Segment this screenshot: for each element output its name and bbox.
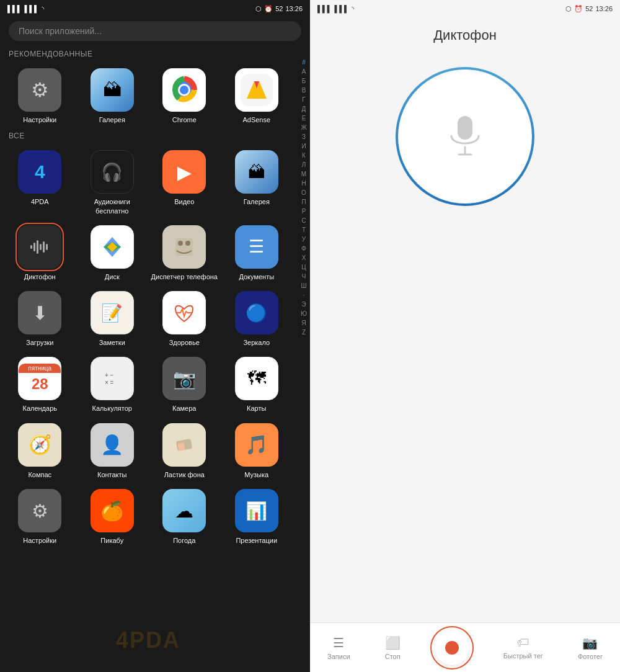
svg-text:+  −: + −: [105, 372, 114, 379]
right-wifi-icon: ▌▌▌: [334, 5, 348, 12]
app-item-docs[interactable]: ☰ Документы: [221, 220, 293, 286]
record-button-container[interactable]: [430, 626, 474, 670]
app-item-dictofon[interactable]: Диктофон: [4, 220, 76, 286]
alpha-v[interactable]: В: [302, 86, 306, 95]
right-status-right: ⬡ ⏰ 52 13:26: [565, 5, 613, 13]
app-item-calendar[interactable]: пятница 28 Календарь: [4, 352, 76, 418]
app-search-bar[interactable]: Поиск приложений...: [9, 21, 301, 41]
alpha-t[interactable]: Т: [302, 226, 306, 235]
app-item-gallery2[interactable]: 🏔 Галерея: [221, 145, 293, 220]
alpha-sh[interactable]: Ш: [301, 282, 306, 290]
alpha-o[interactable]: О: [301, 189, 306, 197]
alpha-p[interactable]: П: [301, 198, 306, 207]
tab-phototag[interactable]: 📷 Фототег: [570, 630, 610, 665]
alpha-n[interactable]: Н: [301, 179, 306, 188]
alpha-i[interactable]: И: [301, 142, 306, 151]
docs-icon: ☰: [235, 225, 278, 269]
gallery-label: Галерея: [99, 115, 125, 124]
alpha-s[interactable]: С: [301, 217, 306, 225]
mic-container[interactable]: [397, 68, 533, 205]
app-item-pikabu[interactable]: 🍊 Пикабу: [76, 484, 149, 550]
contacts-label: Контакты: [97, 470, 127, 479]
alpha-g[interactable]: Г: [302, 96, 305, 104]
gallery2-label: Галерея: [244, 197, 270, 206]
app-item-music[interactable]: 🎵 Музыка: [221, 418, 293, 484]
alpha-r[interactable]: Р: [302, 207, 306, 216]
time-display-right: 13:26: [595, 5, 613, 12]
alpha-e[interactable]: Е: [302, 114, 306, 123]
pikabu-label: Пикабу: [100, 536, 123, 545]
app-item-health[interactable]: Здоровье: [148, 286, 221, 352]
calculator-icon: + − × =: [91, 357, 134, 400]
alpha-hash[interactable]: #: [302, 58, 306, 67]
alpha-f[interactable]: Ф: [301, 244, 306, 253]
4pda-label: 4PDA: [31, 197, 49, 206]
app-item-weather[interactable]: ☁ Погода: [148, 484, 221, 550]
app-item-settings[interactable]: ⚙ Настройки: [4, 63, 76, 129]
alpha-zh[interactable]: Ж: [301, 123, 306, 132]
app-item-dispatcher[interactable]: Диспетчер телефона: [148, 220, 221, 286]
eraser-label: Ластик фона: [164, 470, 205, 479]
alpha-d[interactable]: Д: [302, 105, 306, 114]
signal-bars-icon: ▌▌▌: [7, 5, 22, 12]
app-item-video[interactable]: ▶ Видео: [148, 145, 221, 220]
svg-rect-7: [37, 240, 38, 254]
calculator-label: Калькулятор: [92, 404, 132, 413]
alpha-ya[interactable]: Я: [301, 319, 306, 328]
alpha-z-lat[interactable]: Z: [302, 328, 306, 337]
alpha-k[interactable]: К: [302, 151, 306, 160]
adsense-label: AdSense: [242, 115, 270, 124]
alpha-dot[interactable]: ·: [303, 291, 305, 300]
app-item-calculator[interactable]: + − × = Калькулятор: [76, 352, 149, 418]
dictophone-title: Диктофон: [433, 27, 497, 43]
app-item-maps[interactable]: 🗺 Карты: [221, 352, 293, 418]
alpha-a[interactable]: А: [302, 68, 306, 76]
video-label: Видео: [174, 197, 194, 206]
alpha-z[interactable]: З: [302, 133, 306, 141]
app-item-4pda[interactable]: 4 4PDA: [4, 145, 76, 220]
alpha-yu[interactable]: Ю: [301, 310, 307, 318]
alpha-ts[interactable]: Ц: [301, 263, 306, 272]
left-status-signals: ▌▌▌ ▌▌▌ ◝: [7, 5, 44, 13]
alpha-l[interactable]: Л: [302, 161, 306, 169]
alpha-m[interactable]: М: [301, 170, 306, 179]
app-item-disk[interactable]: Диск: [76, 220, 149, 286]
app-item-adsense[interactable]: AdSense: [221, 63, 293, 129]
alpha-kh[interactable]: Х: [302, 254, 306, 262]
app-item-contacts[interactable]: 👤 Контакты: [76, 418, 149, 484]
dictophone-app-panel: ▌▌▌ ▌▌▌ ◝ ⬡ ⏰ 52 13:26 Диктофон ☰ За: [310, 0, 620, 672]
app-item-eraser[interactable]: Ластик фона: [148, 418, 221, 484]
audiobooks-label: Аудиокниги бесплатно: [79, 197, 146, 215]
app-item-mirror[interactable]: 🔵 Зеркало: [221, 286, 293, 352]
eraser-icon: [162, 423, 206, 467]
app-item-chrome[interactable]: Chrome: [148, 63, 221, 129]
music-icon: 🎵: [235, 423, 278, 467]
tab-record[interactable]: [428, 624, 476, 672]
settings2-label: Настройки: [23, 536, 56, 545]
app-item-audiobooks[interactable]: 🎧 Аудиокниги бесплатно: [76, 145, 149, 220]
nfc-icon: ⬡: [255, 5, 262, 13]
alpha-u[interactable]: У: [302, 235, 306, 244]
app-item-downloads[interactable]: ⬇ Загрузки: [4, 286, 76, 352]
app-item-settings2[interactable]: ⚙ Настройки: [4, 484, 76, 550]
app-item-camera[interactable]: 📷 Камера: [148, 352, 221, 418]
app-item-gallery[interactable]: 🏔 Галерея: [76, 63, 149, 129]
tab-quicktag[interactable]: 🏷 Быстрый тег: [496, 630, 551, 665]
app-item-presentations[interactable]: 📊 Презентации: [221, 484, 293, 550]
app-item-compass[interactable]: 🧭 Компас: [4, 418, 76, 484]
pikabu-icon: 🍊: [91, 489, 134, 532]
tab-stop[interactable]: ⬜ Стоп: [378, 630, 408, 665]
tab-records[interactable]: ☰ Записи: [320, 630, 358, 665]
app-item-notes[interactable]: 📝 Заметки: [76, 286, 149, 352]
alpha-eh[interactable]: Э: [301, 300, 306, 309]
downloads-icon: ⬇: [18, 291, 61, 334]
notes-icon: 📝: [91, 291, 134, 334]
right-alarm-icon: ⏰: [574, 5, 583, 13]
presentations-label: Презентации: [236, 536, 277, 545]
svg-point-12: [178, 241, 183, 246]
alpha-b[interactable]: Б: [302, 77, 306, 86]
health-icon: [162, 291, 206, 334]
alpha-ch[interactable]: Ч: [302, 272, 306, 281]
svg-rect-5: [30, 245, 32, 249]
compass-icon: 🧭: [18, 423, 61, 467]
